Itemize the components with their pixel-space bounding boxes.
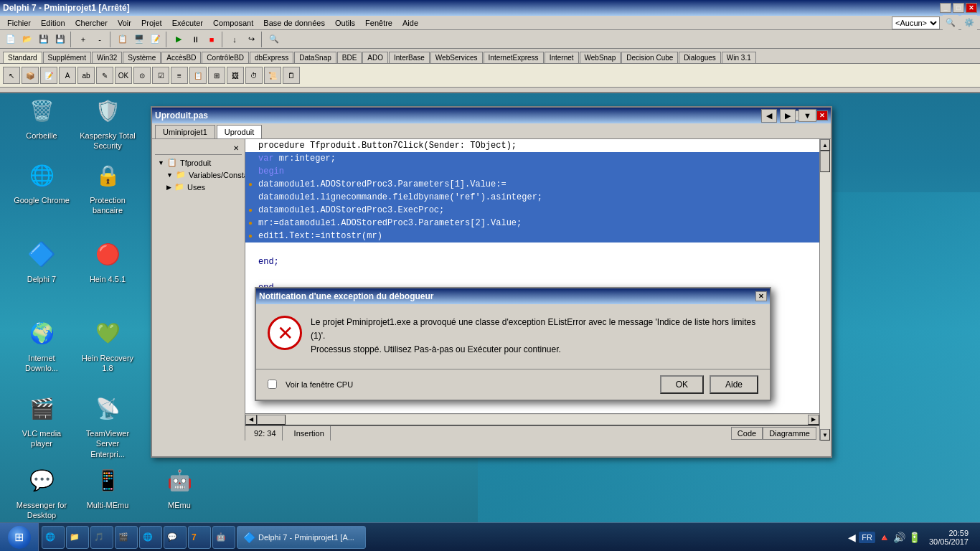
taskbar-media-icon[interactable]: 🎵 xyxy=(90,526,113,549)
component-5[interactable]: ✎ xyxy=(96,67,113,84)
toggle-btn2[interactable]: ⚙️ xyxy=(961,15,977,31)
menu-fenetre[interactable]: Fenêtre xyxy=(361,17,397,29)
palette-tab-websnap[interactable]: WebSnap xyxy=(580,52,621,63)
tab-uproduit[interactable]: Uproduit xyxy=(217,125,263,138)
component-dropdown[interactable]: <Aucun> xyxy=(892,17,940,29)
palette-tab-systeme[interactable]: Système xyxy=(123,52,161,63)
remove-file-btn[interactable]: - xyxy=(92,32,108,47)
component-6[interactable]: OK xyxy=(115,67,132,84)
component-7[interactable]: ⊙ xyxy=(133,67,151,84)
palette-tab-decisioncube[interactable]: Decision Cube xyxy=(621,52,678,63)
menu-chercher[interactable]: Chercher xyxy=(71,17,112,29)
vscroll-track[interactable] xyxy=(820,151,831,429)
palette-tab-win32[interactable]: Win32 xyxy=(92,52,122,63)
taskbar-7zip-icon[interactable]: 7 xyxy=(188,526,211,549)
component-12[interactable]: 🖼 xyxy=(227,67,244,84)
tree-close[interactable]: ✕ xyxy=(233,144,239,152)
component-9[interactable]: ≡ xyxy=(171,67,188,84)
palette-tab-controlebd[interactable]: ContrôleBD xyxy=(202,52,249,63)
minimize-button[interactable]: _ xyxy=(940,3,951,13)
component-15[interactable]: 🗒 xyxy=(283,67,300,84)
tree-item-variables[interactable]: ▼ 📁 Variables/Constante: xyxy=(155,169,242,181)
desktop-icon-teamviewer[interactable]: 📡 TeamViewer Server Enterpri... xyxy=(79,391,136,459)
vscroll-down[interactable]: ▼ xyxy=(820,429,830,441)
component-2[interactable]: 📝 xyxy=(40,67,57,84)
nav-back[interactable]: ◀ xyxy=(761,109,777,123)
desktop-icon-delphi[interactable]: 🔷 Delphi 7 xyxy=(13,237,70,284)
component-10[interactable]: 📋 xyxy=(189,67,207,84)
desktop-icon-memu[interactable]: 🤖 MEmu xyxy=(151,463,208,510)
component-11[interactable]: ⊞ xyxy=(208,67,225,84)
vscroll-up[interactable]: ▲ xyxy=(820,139,830,151)
desktop-icon-hein-recovery[interactable]: 💚 Hein Recovery 1.8 xyxy=(79,316,136,374)
tray-arrow-icon[interactable]: ◀ xyxy=(848,532,856,543)
palette-tab-bde[interactable]: BDE xyxy=(337,52,362,63)
aide-button[interactable]: Aide xyxy=(710,375,758,394)
tab-uminiprojet1[interactable]: Uminiprojet1 xyxy=(155,125,215,138)
toggle-form-btn[interactable]: 🖥️ xyxy=(131,32,147,47)
desktop-icon-messenger[interactable]: 💬 Messenger for Desktop xyxy=(13,463,70,521)
palette-tab-webservices[interactable]: WebServices xyxy=(430,52,483,63)
component-14[interactable]: 📜 xyxy=(264,67,281,84)
menu-basededonnees[interactable]: Base de données xyxy=(259,17,329,29)
component-8[interactable]: ☑ xyxy=(152,67,169,84)
desktop-icon-multimemu[interactable]: 📱 Multi-MEmu xyxy=(79,463,136,510)
tab-code[interactable]: Code xyxy=(731,427,763,440)
desktop-icon-vlc[interactable]: 🎬 VLC media player xyxy=(13,391,70,449)
component-3[interactable]: A xyxy=(59,67,76,84)
nav-forward[interactable]: ▶ xyxy=(780,109,796,123)
tree-item-uses[interactable]: ▶ 📁 Uses xyxy=(155,181,242,193)
clock-area[interactable]: 20:59 30/05/2017 xyxy=(923,529,974,546)
palette-tab-dbexpress[interactable]: dbExpress xyxy=(250,52,293,63)
save-all-btn[interactable]: 💾 xyxy=(52,32,68,47)
desktop-icon-hein[interactable]: 🔴 Hein 4.5.1 xyxy=(79,237,136,284)
component-1[interactable]: 📦 xyxy=(22,67,39,84)
taskbar-chrome-icon[interactable]: 🌐 xyxy=(139,526,162,549)
hscroll-track[interactable] xyxy=(257,415,808,425)
palette-tab-interbase[interactable]: InterBase xyxy=(389,52,430,63)
hscroll-left[interactable]: ◀ xyxy=(245,415,257,425)
palette-tab-internet[interactable]: Internet xyxy=(545,52,579,63)
open-project-btn[interactable]: 📋 xyxy=(115,32,131,47)
pause-btn[interactable]: ⏸ xyxy=(187,32,203,47)
tray-network-icon[interactable]: 🔺 xyxy=(878,532,890,543)
palette-tab-standard[interactable]: Standard xyxy=(3,52,42,63)
palette-tab-supplement[interactable]: Supplément xyxy=(43,52,91,63)
cpu-checkbox[interactable] xyxy=(268,380,277,389)
palette-tab-win31[interactable]: Win 3.1 xyxy=(722,52,756,63)
palette-tab-ado[interactable]: ADO xyxy=(362,52,388,63)
step-btn[interactable]: ↓ xyxy=(227,32,242,47)
component-13[interactable]: ⏱ xyxy=(245,67,263,84)
open-btn[interactable]: 📂 xyxy=(19,32,35,47)
trace-btn[interactable]: ↪ xyxy=(243,32,259,47)
tray-lang[interactable]: FR xyxy=(859,532,875,543)
taskbar-cyberlink-icon[interactable]: 🎬 xyxy=(115,526,138,549)
unit-btn[interactable]: 📝 xyxy=(148,32,164,47)
tab-diagramme[interactable]: Diagramme xyxy=(763,427,816,440)
save-btn[interactable]: 💾 xyxy=(36,32,52,47)
palette-tab-dialogues[interactable]: Dialogues xyxy=(679,52,720,63)
error-close-button[interactable]: ✕ xyxy=(755,291,767,301)
nav-down[interactable]: ▼ xyxy=(798,109,816,122)
code-vertical-scrollbar[interactable]: ▲ ▼ xyxy=(819,139,831,441)
menu-edition[interactable]: Edition xyxy=(37,17,70,29)
close-button[interactable]: ✕ xyxy=(966,3,977,13)
desktop-icon-corbeille[interactable]: 🗑️ Corbeille xyxy=(13,93,70,141)
menu-projet[interactable]: Projet xyxy=(137,17,166,29)
new-btn[interactable]: 📄 xyxy=(3,32,19,47)
menu-composant[interactable]: Composant xyxy=(209,17,258,29)
menu-voir[interactable]: Voir xyxy=(113,17,136,29)
menu-aide[interactable]: Aide xyxy=(398,17,423,29)
run-btn[interactable]: ▶ xyxy=(171,32,187,47)
palette-tab-datasnap[interactable]: DataSnap xyxy=(294,52,336,63)
tray-volume-icon[interactable]: 🔊 xyxy=(893,532,905,543)
hscroll-right[interactable]: ▶ xyxy=(808,415,819,425)
tray-battery-icon[interactable]: 🔋 xyxy=(908,532,920,543)
tree-item-tfproduit[interactable]: ▼ 📋 Tfproduit xyxy=(155,156,242,169)
taskbar-memu-icon[interactable]: 🤖 xyxy=(212,526,235,549)
palette-tab-accesbd[interactable]: AccèsBD xyxy=(161,52,201,63)
taskbar-explorer-icon[interactable]: 📁 xyxy=(66,526,89,549)
desktop-icon-kaspersky[interactable]: 🛡️ Kaspersky Total Security xyxy=(79,93,136,151)
inspect-btn[interactable]: 🔍 xyxy=(266,32,282,47)
desktop-icon-protection[interactable]: 🔒 Protection bancaire xyxy=(79,158,136,216)
